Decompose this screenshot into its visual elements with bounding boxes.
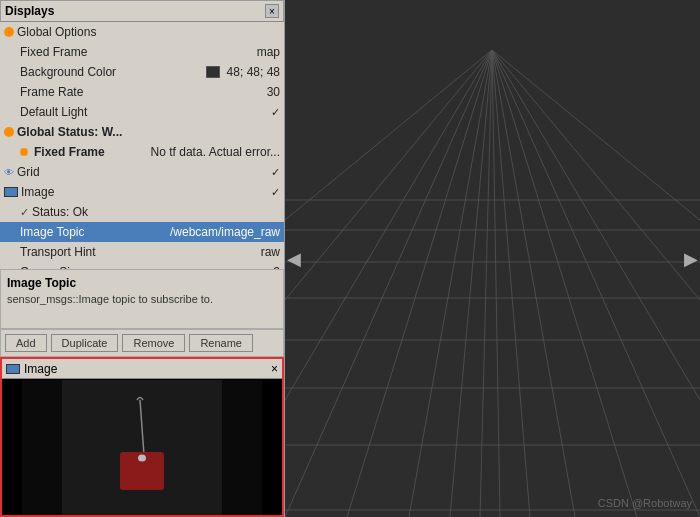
default-light-check: ✓ [271, 106, 280, 119]
tree-row-fixed-frame[interactable]: Fixed Frame map [0, 42, 284, 62]
fixed-frame-value: map [257, 45, 280, 59]
tree-row-global-status[interactable]: Global Status: W... [0, 122, 284, 142]
image-label: Image [21, 185, 267, 199]
duplicate-button[interactable]: Duplicate [51, 334, 119, 352]
right-panel: ◀ ▶ CSDN @Robotway [285, 0, 700, 517]
fixed-frame-2-label: Fixed Frame [34, 145, 147, 159]
background-color-value: 48; 48; 48 [227, 65, 280, 79]
bag-scene-svg [22, 380, 262, 515]
image-icon [4, 187, 18, 197]
remove-button[interactable]: Remove [122, 334, 185, 352]
fixed-frame-2-value: No tf data. Actual error... [151, 145, 280, 159]
displays-header: Displays × [0, 0, 284, 22]
svg-point-4 [138, 454, 146, 461]
transport-hint-value: raw [261, 245, 280, 259]
grid-label: Grid [17, 165, 267, 179]
fixed-frame-label: Fixed Frame [20, 45, 253, 59]
background-color-label: Background Color [20, 65, 206, 79]
image-check: ✓ [271, 186, 280, 199]
svg-rect-0 [22, 380, 62, 515]
tree-row-grid[interactable]: 👁 Grid ✓ [0, 162, 284, 182]
buttons-row: Add Duplicate Remove Rename [0, 329, 284, 357]
arrow-right-button[interactable]: ▶ [684, 248, 698, 270]
tree-row-fixed-frame-2[interactable]: Fixed Frame No tf data. Actual error... [0, 142, 284, 162]
global-options-label: Global Options [17, 25, 280, 39]
tree-container: Global Options Fixed Frame map Backgroun… [0, 22, 284, 269]
grid-view: ◀ ▶ CSDN @Robotway [285, 0, 700, 517]
tree-row-image-topic[interactable]: Image Topic /webcam/image_raw [0, 222, 284, 242]
info-title: Image Topic [7, 276, 277, 290]
global-status-label: Global Status: W... [17, 125, 280, 139]
grid-eye-icon: 👁 [4, 167, 14, 178]
default-light-label: Default Light [20, 105, 267, 119]
tree-row-image[interactable]: Image ✓ [0, 182, 284, 202]
left-panel: Displays × Global Options Fixed Frame ma… [0, 0, 285, 517]
status-ok-check-icon: ✓ [20, 206, 29, 219]
tree-scroll[interactable]: Global Options Fixed Frame map Backgroun… [0, 22, 284, 269]
svg-rect-1 [222, 380, 262, 515]
global-status-dot [4, 127, 14, 137]
tree-row-status-ok[interactable]: ✓ Status: Ok [0, 202, 284, 222]
tree-row-queue-size[interactable]: Queue Size 2 [0, 262, 284, 269]
image-subpanel-close[interactable]: × [271, 362, 278, 376]
image-topic-label: Image Topic [20, 225, 166, 239]
image-topic-value: /webcam/image_raw [170, 225, 280, 239]
watermark-text: CSDN @Robotway [598, 497, 692, 509]
rename-button[interactable]: Rename [189, 334, 253, 352]
frame-rate-value: 30 [267, 85, 280, 99]
transport-hint-label: Transport Hint [20, 245, 257, 259]
image-subpanel-icon [6, 364, 20, 374]
tree-row-frame-rate[interactable]: Frame Rate 30 [0, 82, 284, 102]
fixed-frame2-dot [20, 148, 28, 156]
tree-row-background-color[interactable]: Background Color 48; 48; 48 [0, 62, 284, 82]
image-subpanel-content [2, 379, 282, 515]
image-subpanel-header: Image × [2, 359, 282, 379]
image-subpanel: Image × [0, 357, 284, 517]
svg-line-2 [140, 400, 144, 455]
arrow-left-button[interactable]: ◀ [287, 248, 301, 270]
add-button[interactable]: Add [5, 334, 47, 352]
tree-row-global-options[interactable]: Global Options [0, 22, 284, 42]
frame-rate-label: Frame Rate [20, 85, 263, 99]
displays-close-button[interactable]: × [265, 4, 279, 18]
tree-row-transport-hint[interactable]: Transport Hint raw [0, 242, 284, 262]
status-ok-label: Status: Ok [32, 205, 280, 219]
grid-svg [285, 0, 700, 517]
info-description: sensor_msgs::Image topic to subscribe to… [7, 293, 277, 305]
info-panel: Image Topic sensor_msgs::Image topic to … [0, 269, 284, 329]
displays-title: Displays [5, 4, 265, 18]
global-options-dot [4, 27, 14, 37]
tree-row-default-light[interactable]: Default Light ✓ [0, 102, 284, 122]
image-subpanel-title: Image [24, 362, 271, 376]
grid-check: ✓ [271, 166, 280, 179]
color-swatch [206, 66, 220, 78]
